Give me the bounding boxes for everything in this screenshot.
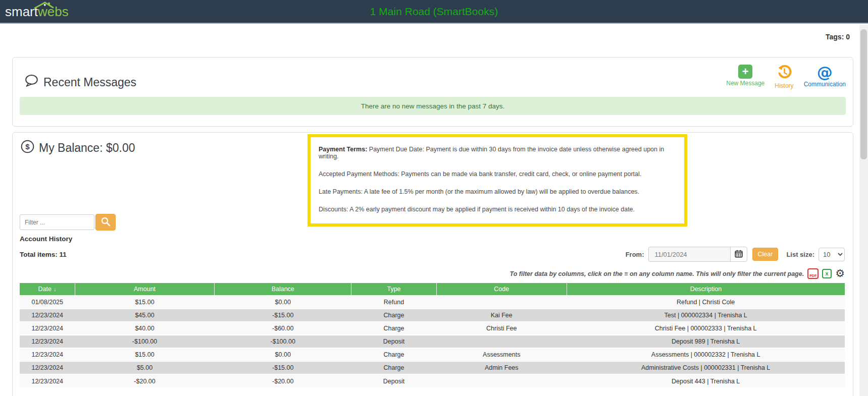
no-messages-alert: There are no new messages in the past 7 … [20, 97, 846, 115]
table-cell: -$100.00 [75, 335, 214, 348]
table-cell: Deposit 443 | Trenisha L [567, 374, 845, 387]
table-row: 12/23/2024$45.00-$15.00ChargeKai FeeTest… [20, 309, 845, 322]
history-label: History [775, 82, 793, 89]
table-cell: Kai Fee [436, 309, 567, 322]
total-items-label: Total items: 11 [20, 251, 67, 258]
table-cell: Deposit [351, 374, 436, 387]
top-navbar: smartwebs 1 Main Road (SmartBooks) [0, 0, 868, 24]
table-header-row: Date↓AmountBalanceTypeCodeDescription [20, 283, 845, 296]
page-scrollbar[interactable] [859, 25, 868, 396]
column-header-description[interactable]: Description [567, 283, 845, 296]
column-header-type[interactable]: Type [351, 283, 436, 296]
account-history-title: Account History [20, 235, 72, 243]
from-date-input[interactable] [648, 247, 730, 262]
table-cell: 12/23/2024 [20, 361, 75, 374]
pdf-export-icon[interactable]: PDF [807, 268, 819, 279]
table-cell: Deposit [351, 335, 436, 348]
svg-text:$: $ [25, 142, 30, 151]
calendar-icon [735, 250, 743, 259]
new-message-label: New Message [726, 80, 764, 87]
account-history-table-wrap: Date↓AmountBalanceTypeCodeDescription 01… [20, 283, 845, 387]
tags-counter: Tags: 0 [0, 24, 868, 57]
table-cell: Admin Fees [436, 361, 567, 374]
table-cell: Charge [351, 309, 436, 322]
history-clock-icon [777, 65, 792, 81]
table-cell: 01/08/2025 [20, 296, 75, 309]
table-cell: Assessments [436, 348, 567, 361]
table-cell: Refund [351, 296, 436, 309]
table-cell: 12/23/2024 [20, 348, 75, 361]
payment-terms-box: Payment Terms: Payment Due Date: Payment… [308, 134, 687, 227]
history-button[interactable]: History [775, 65, 793, 89]
table-cell: $15.00 [75, 348, 214, 361]
payment-terms-line3: Late Payments: A late fee of 1.5% per mo… [319, 188, 676, 195]
new-message-button[interactable]: + New Message [726, 65, 764, 87]
communication-button[interactable]: @ Communication [804, 65, 846, 88]
scrollbar-thumb[interactable] [860, 29, 867, 159]
table-cell: Deposit 989 | Trenisha L [567, 335, 845, 348]
column-header-date[interactable]: Date↓ [20, 283, 75, 296]
balance-title: $ My Balance: $0.00 [21, 140, 135, 156]
recent-messages-title: Recent Messages [25, 68, 136, 97]
table-row: 12/23/2024$15.00$0.00ChargeAssessmentsAs… [20, 348, 845, 361]
table-cell: 12/23/2024 [20, 322, 75, 335]
sort-desc-icon[interactable]: ↓ [54, 286, 57, 292]
clear-button[interactable]: Clear [752, 248, 779, 261]
from-label: From: [626, 251, 644, 258]
excel-export-icon[interactable]: x [822, 269, 832, 278]
table-row: 01/08/2025$15.00$0.00RefundRefund | Chri… [20, 296, 845, 309]
table-cell: 12/23/2024 [20, 335, 75, 348]
list-size-label: List size: [786, 251, 814, 258]
table-cell: Christi Fee [436, 322, 567, 335]
message-actions: + New Message History @ Communication [726, 65, 846, 97]
table-cell: $40.00 [75, 322, 214, 335]
table-cell: -$20.00 [75, 374, 214, 387]
filter-note: To filter data by columns, click on the … [510, 270, 804, 277]
table-cell: Test | 000002334 | Trenisha L [567, 309, 845, 322]
table-row: 12/23/2024-$20.00-$20.00DepositDeposit 4… [20, 374, 845, 387]
table-cell: Refund | Christi Cole [567, 296, 845, 309]
table-cell: -$15.00 [215, 309, 351, 322]
gear-icon[interactable]: ⚙ [835, 268, 845, 279]
table-cell: Administrative Costs | 000002331 | Treni… [567, 361, 845, 374]
filter-input[interactable] [20, 214, 94, 230]
table-cell: -$60.00 [215, 322, 351, 335]
payment-terms-line1: Payment Terms: Payment Due Date: Payment… [319, 146, 676, 160]
column-header-balance[interactable]: Balance [215, 283, 351, 296]
table-row: 12/23/2024$5.00-$15.00ChargeAdmin FeesAd… [20, 361, 845, 374]
recent-messages-panel: Recent Messages + New Message History @ [12, 57, 853, 127]
table-cell: Charge [351, 348, 436, 361]
table-cell: Assessments | 000002332 | Trenisha L [567, 348, 845, 361]
magnifier-icon [100, 216, 111, 228]
speech-bubble-icon [25, 74, 38, 90]
table-cell: -$20.00 [215, 374, 351, 387]
table-cell: Charge [351, 322, 436, 335]
search-button[interactable] [95, 214, 116, 231]
calendar-button[interactable] [730, 247, 747, 262]
column-header-code[interactable]: Code [436, 283, 567, 296]
table-cell: Christi Fee | 000002333 | Trenisha L [567, 322, 845, 335]
at-symbol-icon: @ [817, 65, 833, 80]
dollar-circle-icon: $ [21, 140, 34, 156]
table-cell [436, 296, 567, 309]
table-cell: $45.00 [75, 309, 214, 322]
table-cell: -$100.00 [215, 335, 351, 348]
list-size-select[interactable]: 10 [819, 248, 845, 261]
table-cell: Charge [351, 361, 436, 374]
table-cell: $0.00 [215, 296, 351, 309]
payment-terms-line4: Discounts: A 2% early payment discount m… [319, 206, 676, 213]
table-row: 12/23/2024$40.00-$60.00ChargeChristi Fee… [20, 322, 845, 335]
payment-terms-line2: Accepted Payment Methods: Payments can b… [319, 171, 676, 178]
table-cell: $5.00 [75, 361, 214, 374]
account-history-table: Date↓AmountBalanceTypeCodeDescription 01… [20, 283, 845, 387]
column-header-amount[interactable]: Amount [75, 283, 214, 296]
balance-panel: $ My Balance: $0.00 Payment Terms: Payme… [12, 132, 853, 396]
table-row: 12/23/2024-$100.00-$100.00DepositDeposit… [20, 335, 845, 348]
plus-icon: + [738, 65, 752, 79]
page-title: 1 Main Road (SmartBooks) [0, 6, 868, 18]
table-cell [436, 374, 567, 387]
table-cell: 12/23/2024 [20, 309, 75, 322]
table-cell: $0.00 [215, 348, 351, 361]
table-cell: -$15.00 [215, 361, 351, 374]
table-cell: $15.00 [75, 296, 214, 309]
